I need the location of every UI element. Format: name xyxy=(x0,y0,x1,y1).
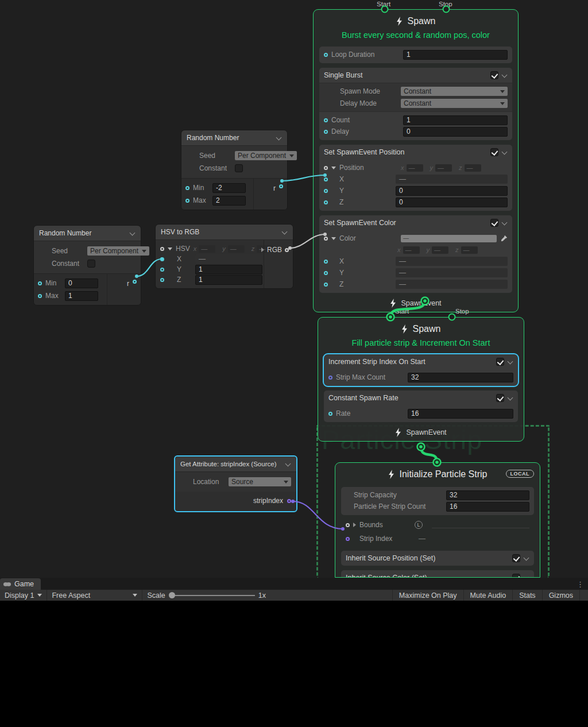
space-badge[interactable]: LOCAL xyxy=(506,470,535,478)
hsv-y-input[interactable]: 1 xyxy=(195,265,262,274)
set-spawnevent-color-block[interactable]: Set SpawnEvent Color Color — x— y— xyxy=(319,215,512,293)
stats-button[interactable]: Stats xyxy=(512,590,542,601)
constant-checkbox[interactable] xyxy=(235,164,243,172)
hsv-z-input[interactable]: 1 xyxy=(195,275,262,285)
set-spawnevent-position-block[interactable]: Set SpawnEvent Position Position x— y— z… xyxy=(319,145,512,211)
port-color-y[interactable] xyxy=(324,271,328,275)
expand-triangle-icon[interactable] xyxy=(331,237,336,240)
increment-enabled-checkbox[interactable] xyxy=(496,358,504,366)
port-position[interactable] xyxy=(324,166,328,170)
eyedropper-icon[interactable] xyxy=(500,235,508,242)
inherit-source-position-block[interactable]: Inherit Source Position (Set) xyxy=(341,551,534,566)
mute-audio-button[interactable]: Mute Audio xyxy=(463,590,513,601)
port-delay[interactable] xyxy=(324,130,328,134)
chevron-down-icon[interactable] xyxy=(276,135,282,141)
port-min[interactable] xyxy=(38,281,42,285)
vfx-graph-canvas[interactable]: Particle Strip Start Stop Spawn Burst ev… xyxy=(0,0,588,578)
min-input[interactable]: -2 xyxy=(212,183,246,193)
inherit-color-enabled-checkbox[interactable] xyxy=(512,574,520,578)
position-y-input[interactable]: 0 xyxy=(396,186,508,196)
node-random-number-1[interactable]: Random Number Seed Per Component Constan… xyxy=(181,130,288,210)
overflow-menu-icon[interactable]: ⋮ xyxy=(572,579,588,590)
spawn-mode-dropdown[interactable]: Constant xyxy=(401,87,508,96)
port-random-output[interactable] xyxy=(133,280,137,284)
chevron-down-icon[interactable] xyxy=(508,395,513,401)
port-position-x[interactable] xyxy=(324,177,328,181)
gizmos-button[interactable]: Gizmos xyxy=(542,590,579,601)
scale-slider-knob[interactable] xyxy=(169,592,175,598)
collapse-triangle-icon[interactable] xyxy=(261,248,264,252)
gizmos-dropdown-arrow[interactable] xyxy=(579,590,588,601)
increment-strip-index-block[interactable]: Increment Strip Index On Start Strip Max… xyxy=(324,354,518,386)
rate-input[interactable]: 16 xyxy=(408,409,513,419)
port-max[interactable] xyxy=(185,199,189,203)
port-rgb-output[interactable] xyxy=(285,248,289,252)
display-dropdown[interactable]: Display 1 xyxy=(0,590,47,601)
port-rate[interactable] xyxy=(328,412,332,416)
collapse-triangle-icon[interactable] xyxy=(353,523,356,527)
node-get-attribute-stripindex[interactable]: Get Attribute: stripIndex (Source) Locat… xyxy=(174,455,297,512)
maximize-on-play-button[interactable]: Maximize On Play xyxy=(392,590,463,601)
strip-max-count-input[interactable]: 32 xyxy=(408,373,513,382)
port-position-y[interactable] xyxy=(324,189,328,193)
expand-triangle-icon[interactable] xyxy=(331,167,336,169)
color-swatch[interactable]: — xyxy=(401,235,497,242)
node-spawn-strip[interactable]: Spawn Fill particle strip & Increment On… xyxy=(318,317,524,442)
set-position-enabled-checkbox[interactable] xyxy=(490,148,498,156)
constant-checkbox[interactable] xyxy=(87,260,95,268)
seed-dropdown[interactable]: Per Component xyxy=(87,246,149,256)
chevron-down-icon[interactable] xyxy=(524,555,529,561)
port-count[interactable] xyxy=(324,118,328,122)
game-tab[interactable]: Game xyxy=(0,578,41,590)
port-hsv-y[interactable] xyxy=(160,268,164,272)
node-random-number-2[interactable]: Random Number Seed Per Component Constan… xyxy=(33,225,141,306)
port-min[interactable] xyxy=(185,186,189,190)
node-hsv-to-rgb[interactable]: HSV to RGB RGB HSV x— y— z— xyxy=(155,224,293,289)
node-spawn-burst[interactable]: Spawn Burst every second & random pos, c… xyxy=(313,9,519,312)
port-color[interactable] xyxy=(324,237,328,241)
game-render-area[interactable] xyxy=(0,601,588,727)
count-input[interactable]: 1 xyxy=(403,115,508,125)
loop-duration-input[interactable]: 1 xyxy=(403,50,508,60)
position-z-input[interactable]: 0 xyxy=(396,198,508,207)
chevron-down-icon[interactable] xyxy=(502,72,508,78)
single-burst-block[interactable]: Single Burst Spawn Mode Constant Delay M… xyxy=(319,68,512,140)
strip-capacity-input[interactable]: 32 xyxy=(446,490,529,500)
max-input[interactable]: 2 xyxy=(212,196,246,206)
chevron-down-icon[interactable] xyxy=(282,229,288,235)
port-bounds[interactable] xyxy=(346,523,350,527)
chevron-down-icon[interactable] xyxy=(285,461,291,467)
constant-spawn-rate-block[interactable]: Constant Spawn Rate Rate 16 xyxy=(324,390,518,422)
port-strip-index[interactable] xyxy=(346,537,350,541)
location-dropdown[interactable]: Source xyxy=(229,477,291,486)
expand-triangle-icon[interactable] xyxy=(168,248,172,250)
inherit-source-color-block[interactable]: Inherit Source Color (Set) xyxy=(341,570,534,578)
rate-enabled-checkbox[interactable] xyxy=(496,394,504,402)
set-color-enabled-checkbox[interactable] xyxy=(490,219,498,227)
single-burst-enabled-checkbox[interactable] xyxy=(490,71,498,79)
local-space-icon[interactable]: L xyxy=(415,521,423,529)
chevron-down-icon[interactable] xyxy=(502,220,508,226)
chevron-down-icon[interactable] xyxy=(502,149,508,155)
max-input[interactable]: 1 xyxy=(65,291,98,301)
port-loop-duration[interactable] xyxy=(324,53,328,57)
port-color-z[interactable] xyxy=(324,283,328,287)
port-hsv-z[interactable] xyxy=(160,278,164,282)
inherit-position-enabled-checkbox[interactable] xyxy=(512,554,520,562)
delay-mode-dropdown[interactable]: Constant xyxy=(401,99,508,108)
delay-input[interactable]: 0 xyxy=(403,127,508,137)
port-max[interactable] xyxy=(38,294,42,298)
scale-slider-track[interactable] xyxy=(174,595,255,596)
port-stripindex-output[interactable] xyxy=(287,499,291,503)
node-initialize-particle-strip[interactable]: Initialize Particle Strip LOCAL Strip Ca… xyxy=(335,462,540,578)
port-color-x[interactable] xyxy=(324,260,328,264)
port-hsv-x[interactable] xyxy=(160,257,164,261)
seed-dropdown[interactable]: Per Component xyxy=(235,151,297,160)
port-strip-max-count[interactable] xyxy=(328,376,332,380)
particle-per-strip-input[interactable]: 16 xyxy=(446,502,529,512)
min-input[interactable]: 0 xyxy=(65,279,98,288)
port-position-z[interactable] xyxy=(324,200,328,204)
scale-slider[interactable] xyxy=(169,590,255,601)
aspect-dropdown[interactable]: Free Aspect xyxy=(47,590,142,601)
chevron-down-icon[interactable] xyxy=(130,230,136,236)
